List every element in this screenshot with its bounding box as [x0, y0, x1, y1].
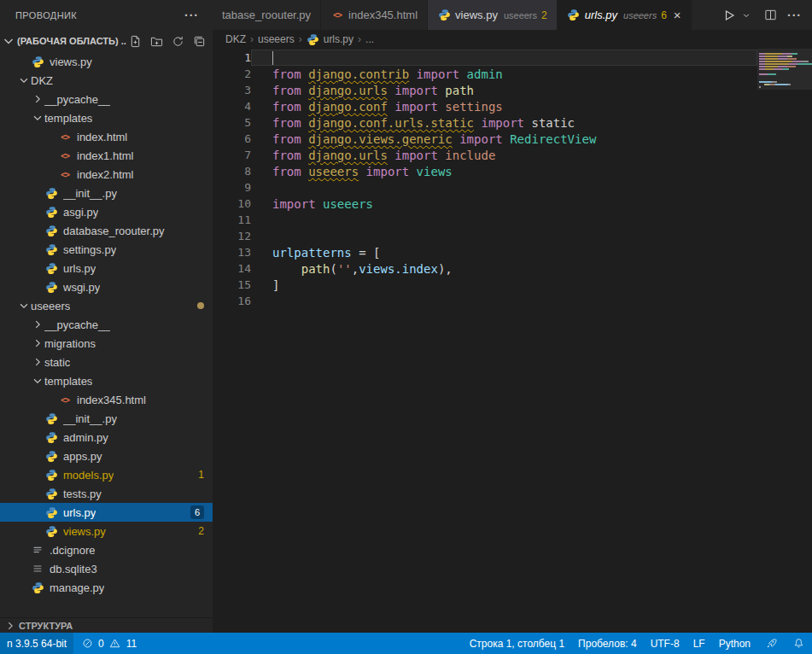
- collapse-all-icon[interactable]: [192, 34, 206, 48]
- tree-item-static[interactable]: static: [0, 353, 213, 371]
- new-file-icon[interactable]: [128, 34, 142, 48]
- chevron-down-icon[interactable]: [31, 375, 44, 387]
- tree-item-urls.py[interactable]: urls.py6: [0, 503, 213, 522]
- python-interpreter-item[interactable]: n 3.9.5 64-bit: [0, 633, 73, 654]
- tabs-container: tabase_roouter.py<>index345.htmlviews.py…: [213, 0, 692, 30]
- indent: [0, 324, 31, 325]
- tree-item-index1.html[interactable]: <>index1.html: [0, 146, 213, 165]
- python-file-icon: [44, 205, 58, 219]
- code-line[interactable]: 1: [213, 50, 757, 66]
- tree-item-apps.py[interactable]: apps.py: [0, 447, 213, 465]
- tree-item-__init__.py[interactable]: __init__.py: [0, 184, 213, 202]
- tree-item-DKZ[interactable]: DKZ: [0, 71, 213, 90]
- tree-item-database_roouter.py[interactable]: database_roouter.py: [0, 221, 213, 240]
- notifications-item[interactable]: [785, 633, 812, 654]
- pylance-item[interactable]: [757, 633, 785, 654]
- code-line[interactable]: 10import useeers: [213, 196, 757, 212]
- tree-item-templates[interactable]: templates: [0, 108, 213, 127]
- editor-more-actions-icon[interactable]: ···: [787, 9, 802, 22]
- code-line[interactable]: 4from django.conf import settings: [213, 98, 757, 114]
- encoding-item[interactable]: UTF-8: [644, 633, 686, 654]
- line-number: 11: [213, 213, 251, 226]
- split-editor-icon[interactable]: [763, 9, 777, 22]
- code-line[interactable]: 14 path('',views.index),: [213, 260, 757, 277]
- code-line[interactable]: 7from django.urls import include: [213, 147, 757, 163]
- tab-urls.py[interactable]: urls.pyuseeers6×: [558, 0, 692, 30]
- file-label: index.html: [77, 131, 127, 143]
- tree-item-index2.html[interactable]: <>index2.html: [0, 165, 213, 184]
- tree-item-asgi.py[interactable]: asgi.py: [0, 202, 213, 221]
- tree-item-migrations[interactable]: migrations: [0, 334, 213, 353]
- tree-item-db.sqlite3[interactable]: db.sqlite3: [0, 559, 213, 578]
- code-line[interactable]: 5from django.conf.urls.static import sta…: [213, 114, 757, 131]
- minimap-line: [759, 63, 812, 65]
- breadcrumb-separator: ›: [250, 33, 254, 45]
- chevron-right-icon[interactable]: [31, 93, 44, 105]
- run-dropdown-chevron-icon[interactable]: [739, 9, 753, 22]
- breadcrumb-item-useeers[interactable]: useeers: [258, 33, 295, 45]
- code-content: from django.conf.urls.static import stat…: [251, 114, 757, 131]
- tree-item-wsgi.py[interactable]: wsgi.py: [0, 277, 213, 296]
- chevron-down-icon[interactable]: [17, 74, 31, 86]
- tab-index345.html[interactable]: <>index345.html: [321, 0, 428, 30]
- code-line[interactable]: 13urlpatterns = [: [213, 244, 757, 260]
- tree-item-useeers[interactable]: useeers: [0, 296, 213, 315]
- chevron-down-icon[interactable]: [31, 112, 44, 124]
- tree-item-models.py[interactable]: models.py1: [0, 465, 213, 484]
- refresh-icon[interactable]: [171, 34, 184, 48]
- new-folder-icon[interactable]: [149, 34, 163, 48]
- tree-item-settings.py[interactable]: settings.py: [0, 240, 213, 259]
- problems-indicator[interactable]: 0 11: [73, 633, 143, 654]
- code-editor[interactable]: 12from django.contrib import admin3from …: [213, 49, 812, 633]
- rocket-icon: [764, 637, 778, 651]
- tree-item-__pycache__[interactable]: __pycache__: [0, 90, 213, 108]
- minimap[interactable]: [757, 49, 812, 633]
- tree-item-index.html[interactable]: <>index.html: [0, 127, 213, 146]
- tree-item-index345.html[interactable]: <>index345.html: [0, 390, 213, 409]
- code-token: from: [272, 132, 308, 146]
- code-line[interactable]: 9: [213, 179, 757, 196]
- close-icon[interactable]: ×: [674, 9, 681, 21]
- breadcrumb-item-...[interactable]: ...: [365, 33, 374, 45]
- code-line[interactable]: 16: [213, 293, 757, 309]
- language-mode-item[interactable]: Python: [712, 633, 757, 654]
- chevron-down-icon[interactable]: [17, 300, 31, 312]
- code-line[interactable]: 3from django.urls import path: [213, 82, 757, 98]
- tree-item-views.py[interactable]: views.py: [0, 52, 213, 71]
- tree-item-urls.py[interactable]: urls.py: [0, 259, 213, 277]
- tree-item-admin.py[interactable]: admin.py: [0, 428, 213, 447]
- chevron-right-icon[interactable]: [31, 318, 44, 330]
- breadcrumb-item-DKZ[interactable]: DKZ: [225, 33, 246, 45]
- tree-item-views.py[interactable]: views.py2: [0, 522, 213, 540]
- file-label: views.py: [50, 55, 92, 68]
- code-line[interactable]: 8from useeers import views: [213, 163, 757, 179]
- tree-item-__init__.py[interactable]: __init__.py: [0, 409, 213, 428]
- chevron-right-icon[interactable]: [31, 356, 44, 368]
- tab-tabase_roouter.py[interactable]: tabase_roouter.py: [213, 0, 321, 30]
- line-number: 10: [213, 197, 251, 210]
- code-line[interactable]: 15]: [213, 277, 757, 293]
- code-line[interactable]: 12: [213, 228, 757, 244]
- code-content: urlpatterns = [: [251, 244, 757, 260]
- breadcrumb-item-urls.py[interactable]: urls.py: [307, 32, 353, 46]
- tree-item-__pycache__[interactable]: __pycache__: [0, 315, 213, 334]
- tree-item-.dcignore[interactable]: .dcignore: [0, 540, 213, 559]
- code-line[interactable]: 11: [213, 212, 757, 228]
- outline-section-header[interactable]: СТРУКТУРА: [0, 617, 213, 633]
- tree-item-templates[interactable]: templates: [0, 371, 213, 390]
- code-line[interactable]: 2from django.contrib import admin: [213, 66, 757, 82]
- tab-views.py[interactable]: views.pyuseeers2: [428, 0, 558, 30]
- workspace-section-header[interactable]: (РАБОЧАЯ ОБЛАСТЬ) ...: [0, 30, 213, 52]
- eol-item[interactable]: LF: [686, 633, 712, 654]
- tree-item-manage.py[interactable]: manage.py: [0, 578, 213, 597]
- file-label: views.py: [63, 525, 106, 538]
- tree-item-tests.py[interactable]: tests.py: [0, 484, 213, 503]
- chevron-right-icon[interactable]: [31, 337, 44, 349]
- explorer-more-actions-icon[interactable]: ···: [184, 9, 199, 22]
- indentation-item[interactable]: Пробелов: 4: [571, 633, 644, 654]
- code-content: [251, 179, 757, 196]
- code-line[interactable]: 6from django.views.generic import Redire…: [213, 131, 757, 147]
- run-button[interactable]: [722, 9, 736, 22]
- line-number: 12: [213, 230, 251, 242]
- cursor-position-item[interactable]: Строка 1, столбец 1: [463, 633, 571, 654]
